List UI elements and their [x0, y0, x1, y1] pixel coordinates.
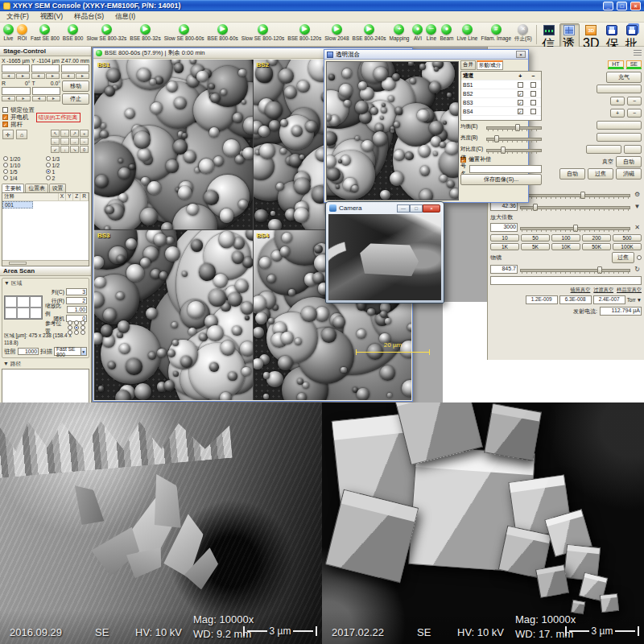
table-row[interactable]: 001 [2, 201, 89, 208]
blended-sem-preview[interactable] [326, 61, 459, 200]
nudge-right-button[interactable]: ► [16, 96, 30, 101]
se-detector-button[interactable]: SE [626, 60, 642, 69]
mag-preset-button[interactable]: 100 [551, 234, 580, 242]
toolbar-scan-button[interactable]: ▶ BSE 800-120s [286, 23, 323, 42]
nudge-left-button[interactable]: ◄ [2, 73, 15, 79]
filter-icon[interactable]: ▼ [633, 203, 642, 210]
home-stage-button[interactable]: ⌂ [16, 130, 27, 139]
mag-preset-button[interactable]: 10 [490, 234, 519, 242]
jog-down-right-button[interactable]: ↘ [70, 146, 79, 153]
jog-zero-button[interactable]: 0 [80, 146, 89, 153]
decrement-button[interactable]: − [627, 109, 642, 118]
close-button[interactable]: × [423, 204, 440, 213]
joystick-checkbox[interactable]: ✓ [2, 122, 8, 127]
occluded-button[interactable] [597, 121, 642, 130]
mag-preset-button[interactable]: 5K [521, 243, 550, 250]
zoom-ratio-input[interactable]: 1.00 [67, 306, 87, 313]
jog-up-button[interactable]: ↑ [60, 130, 69, 137]
toolbar-scan-button[interactable]: ▶ Slow SE 800-120s [240, 23, 286, 42]
jog-left-button[interactable]: ← [51, 138, 60, 145]
axis-z-input[interactable] [61, 64, 89, 72]
lens-overfocus-button[interactable]: 过焦 [612, 252, 634, 263]
contrast-slider[interactable] [486, 146, 542, 154]
toolbar-scan-button[interactable]: ▶ Fast SE 800 [29, 23, 61, 42]
brightness-slider[interactable] [486, 134, 542, 142]
close-button[interactable]: × [630, 2, 641, 10]
toolbar-beam-button[interactable]: ● Beam [438, 23, 455, 42]
center-stage-button[interactable]: ✛ [2, 130, 14, 139]
plus-checkbox[interactable] [518, 82, 523, 88]
scan-rotation-slider[interactable] [520, 266, 630, 274]
tab-position-table[interactable]: 位置表 [25, 184, 47, 192]
toolbar-roi-button[interactable]: ○ ROI [15, 23, 29, 42]
toolbar-stop-button[interactable]: × 停止(S) [513, 23, 534, 43]
mag-preset-button[interactable]: 10K [551, 243, 580, 250]
plus-checkbox[interactable]: ✓ [518, 109, 523, 114]
tab-merge[interactable]: 合并 [460, 60, 476, 70]
vacuum-unit-select[interactable]: Torr ▼ [627, 297, 642, 303]
toolbar-filament-image-button[interactable]: # Filam. Image [479, 23, 513, 42]
toolbar-scan-button[interactable]: ▶ BSE 800 [61, 23, 85, 42]
toolbar-scan-button[interactable]: ▶ BSE 800-240s [351, 23, 388, 42]
jog-center-button[interactable]: · [60, 138, 69, 145]
toolbar-avi-button[interactable]: ● AVI [411, 23, 424, 42]
vacuum-auto-button[interactable]: 自动 [616, 156, 642, 167]
lens-radio[interactable] [637, 255, 642, 260]
axis-y-input[interactable] [31, 64, 60, 72]
nudge-right-button[interactable]: ► [47, 96, 60, 101]
mag-preset-button[interactable]: 200 [582, 234, 611, 242]
menu-info[interactable]: 信息(I) [115, 12, 135, 22]
equalize-slider[interactable] [486, 123, 542, 131]
increment-button[interactable]: + [610, 97, 625, 105]
toolbar-line-button[interactable]: ─ Line [424, 23, 438, 42]
jog-z-down-button[interactable]: − [80, 138, 89, 145]
overfocus-button[interactable]: 过焦 [588, 168, 613, 180]
sem-image-quadrant[interactable]: BS1 [94, 60, 253, 229]
motor-on-checkbox[interactable]: ✓ [2, 114, 8, 120]
blend-window-titlebar[interactable]: 透明混合 × [324, 50, 528, 60]
menu-stage[interactable]: 样品台(S) [74, 12, 104, 22]
axis-x-input[interactable] [2, 64, 30, 72]
minus-checkbox[interactable] [530, 91, 536, 97]
mag-preset-button[interactable]: 1K [490, 243, 519, 250]
jog-up-right-button[interactable]: ↗ [70, 130, 79, 137]
toolbar-scan-button[interactable]: ▶ BSE 800-32s [128, 23, 162, 42]
crosshair-icon[interactable]: ✕ [633, 224, 642, 231]
nudge-right-button[interactable]: ► [76, 73, 89, 79]
window-titlebar[interactable]: XYKY SEM Console (XYKY-EM8100F, P/N: 140… [0, 0, 644, 11]
speed-radio[interactable] [3, 156, 8, 161]
ht-toggle-button[interactable]: HT [608, 60, 623, 69]
vent-button[interactable]: 充气 [606, 72, 642, 83]
menu-file[interactable]: 文件(F) [6, 12, 29, 22]
scan-select[interactable]: Fast SE 800 ▼ [54, 347, 87, 356]
stigmator-value[interactable]: 42.36 [490, 202, 518, 211]
move-button[interactable]: 移动 [62, 80, 89, 92]
axis-t-input[interactable] [32, 87, 61, 95]
occluded-button[interactable] [597, 85, 642, 93]
dwell-input[interactable]: 1000 [18, 348, 39, 355]
plus-checkbox[interactable]: ✓ [518, 100, 523, 105]
tab-settings[interactable]: 设置 [49, 184, 67, 192]
jog-down-left-button[interactable]: ↙ [51, 146, 60, 153]
mag-preset-button[interactable]: 100K [613, 243, 642, 250]
tab-topo-composition[interactable]: 形貌/成分 [477, 60, 503, 70]
minimize-button[interactable]: — [397, 204, 410, 213]
columns-input[interactable]: 3 [66, 288, 87, 295]
toolbar-mapping-button[interactable]: + Mapping [388, 23, 411, 42]
occluded-button[interactable] [586, 145, 621, 154]
speed-radio[interactable] [3, 163, 8, 167]
toolbar-scan-button[interactable]: ▶ Slow SE 800-60s [163, 23, 206, 42]
status-input[interactable] [490, 276, 642, 285]
panel-menu-icon[interactable] [634, 50, 642, 57]
stigmator-slider[interactable] [520, 203, 630, 211]
jog-up-left-button[interactable]: ↖ [51, 130, 60, 137]
occluded-button[interactable] [597, 133, 642, 142]
maximize-button[interactable]: □ [617, 2, 627, 10]
toolbar-live-button[interactable]: » Live [2, 23, 15, 42]
minus-checkbox[interactable] [530, 100, 536, 105]
increment-button[interactable]: + [610, 109, 625, 118]
position-note-cell[interactable]: 001 [2, 201, 33, 208]
jog-z-up-button[interactable]: + [80, 130, 89, 137]
scan-rotation-value[interactable]: 845.7 [490, 265, 518, 274]
minus-checkbox[interactable] [530, 82, 536, 88]
